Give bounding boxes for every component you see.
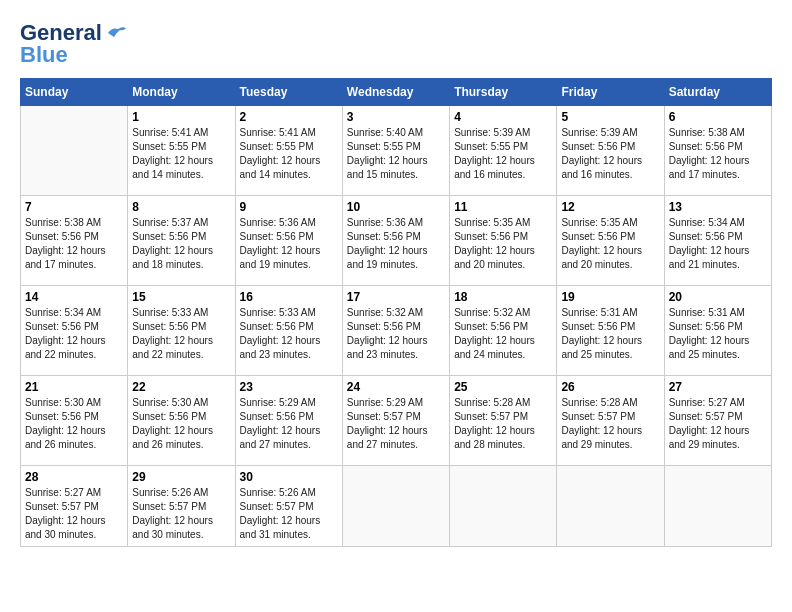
day-detail: Sunrise: 5:32 AMSunset: 5:56 PMDaylight:…: [454, 306, 552, 362]
day-number: 3: [347, 110, 445, 124]
day-number: 15: [132, 290, 230, 304]
weekday-header-tuesday: Tuesday: [235, 79, 342, 106]
calendar-cell: [342, 466, 449, 547]
logo-bird-icon: [106, 25, 128, 41]
calendar-cell: 14Sunrise: 5:34 AMSunset: 5:56 PMDayligh…: [21, 286, 128, 376]
calendar-cell: 16Sunrise: 5:33 AMSunset: 5:56 PMDayligh…: [235, 286, 342, 376]
calendar-cell: 6Sunrise: 5:38 AMSunset: 5:56 PMDaylight…: [664, 106, 771, 196]
day-number: 11: [454, 200, 552, 214]
weekday-header-wednesday: Wednesday: [342, 79, 449, 106]
weekday-header-sunday: Sunday: [21, 79, 128, 106]
day-detail: Sunrise: 5:29 AMSunset: 5:56 PMDaylight:…: [240, 396, 338, 452]
calendar-table: SundayMondayTuesdayWednesdayThursdayFrid…: [20, 78, 772, 547]
day-detail: Sunrise: 5:30 AMSunset: 5:56 PMDaylight:…: [25, 396, 123, 452]
page-header: General Blue: [20, 20, 772, 68]
day-number: 9: [240, 200, 338, 214]
day-detail: Sunrise: 5:27 AMSunset: 5:57 PMDaylight:…: [25, 486, 123, 542]
calendar-cell: 28Sunrise: 5:27 AMSunset: 5:57 PMDayligh…: [21, 466, 128, 547]
day-number: 7: [25, 200, 123, 214]
week-row-5: 28Sunrise: 5:27 AMSunset: 5:57 PMDayligh…: [21, 466, 772, 547]
day-detail: Sunrise: 5:39 AMSunset: 5:55 PMDaylight:…: [454, 126, 552, 182]
day-number: 12: [561, 200, 659, 214]
day-detail: Sunrise: 5:33 AMSunset: 5:56 PMDaylight:…: [132, 306, 230, 362]
calendar-cell: 26Sunrise: 5:28 AMSunset: 5:57 PMDayligh…: [557, 376, 664, 466]
calendar-cell: 30Sunrise: 5:26 AMSunset: 5:57 PMDayligh…: [235, 466, 342, 547]
weekday-header-saturday: Saturday: [664, 79, 771, 106]
day-number: 23: [240, 380, 338, 394]
day-number: 6: [669, 110, 767, 124]
calendar-header: SundayMondayTuesdayWednesdayThursdayFrid…: [21, 79, 772, 106]
calendar-cell: 13Sunrise: 5:34 AMSunset: 5:56 PMDayligh…: [664, 196, 771, 286]
day-number: 20: [669, 290, 767, 304]
week-row-3: 14Sunrise: 5:34 AMSunset: 5:56 PMDayligh…: [21, 286, 772, 376]
calendar-cell: [21, 106, 128, 196]
day-detail: Sunrise: 5:35 AMSunset: 5:56 PMDaylight:…: [454, 216, 552, 272]
calendar-cell: [450, 466, 557, 547]
day-detail: Sunrise: 5:31 AMSunset: 5:56 PMDaylight:…: [561, 306, 659, 362]
day-number: 24: [347, 380, 445, 394]
day-number: 22: [132, 380, 230, 394]
logo-blue: Blue: [20, 42, 68, 68]
day-detail: Sunrise: 5:26 AMSunset: 5:57 PMDaylight:…: [132, 486, 230, 542]
day-number: 4: [454, 110, 552, 124]
day-detail: Sunrise: 5:38 AMSunset: 5:56 PMDaylight:…: [25, 216, 123, 272]
day-detail: Sunrise: 5:28 AMSunset: 5:57 PMDaylight:…: [454, 396, 552, 452]
calendar-cell: 20Sunrise: 5:31 AMSunset: 5:56 PMDayligh…: [664, 286, 771, 376]
day-detail: Sunrise: 5:41 AMSunset: 5:55 PMDaylight:…: [132, 126, 230, 182]
day-number: 2: [240, 110, 338, 124]
day-number: 10: [347, 200, 445, 214]
calendar-cell: 17Sunrise: 5:32 AMSunset: 5:56 PMDayligh…: [342, 286, 449, 376]
calendar-cell: 1Sunrise: 5:41 AMSunset: 5:55 PMDaylight…: [128, 106, 235, 196]
day-number: 29: [132, 470, 230, 484]
day-detail: Sunrise: 5:34 AMSunset: 5:56 PMDaylight:…: [25, 306, 123, 362]
day-detail: Sunrise: 5:39 AMSunset: 5:56 PMDaylight:…: [561, 126, 659, 182]
day-number: 18: [454, 290, 552, 304]
calendar-cell: 24Sunrise: 5:29 AMSunset: 5:57 PMDayligh…: [342, 376, 449, 466]
week-row-4: 21Sunrise: 5:30 AMSunset: 5:56 PMDayligh…: [21, 376, 772, 466]
day-number: 1: [132, 110, 230, 124]
day-number: 26: [561, 380, 659, 394]
day-detail: Sunrise: 5:40 AMSunset: 5:55 PMDaylight:…: [347, 126, 445, 182]
day-number: 28: [25, 470, 123, 484]
day-number: 19: [561, 290, 659, 304]
weekday-header-thursday: Thursday: [450, 79, 557, 106]
day-number: 21: [25, 380, 123, 394]
calendar-cell: 18Sunrise: 5:32 AMSunset: 5:56 PMDayligh…: [450, 286, 557, 376]
day-detail: Sunrise: 5:33 AMSunset: 5:56 PMDaylight:…: [240, 306, 338, 362]
day-detail: Sunrise: 5:38 AMSunset: 5:56 PMDaylight:…: [669, 126, 767, 182]
calendar-cell: 5Sunrise: 5:39 AMSunset: 5:56 PMDaylight…: [557, 106, 664, 196]
day-detail: Sunrise: 5:35 AMSunset: 5:56 PMDaylight:…: [561, 216, 659, 272]
day-detail: Sunrise: 5:41 AMSunset: 5:55 PMDaylight:…: [240, 126, 338, 182]
calendar-cell: [664, 466, 771, 547]
calendar-cell: 3Sunrise: 5:40 AMSunset: 5:55 PMDaylight…: [342, 106, 449, 196]
calendar-cell: 29Sunrise: 5:26 AMSunset: 5:57 PMDayligh…: [128, 466, 235, 547]
day-detail: Sunrise: 5:34 AMSunset: 5:56 PMDaylight:…: [669, 216, 767, 272]
calendar-cell: 21Sunrise: 5:30 AMSunset: 5:56 PMDayligh…: [21, 376, 128, 466]
calendar-cell: 12Sunrise: 5:35 AMSunset: 5:56 PMDayligh…: [557, 196, 664, 286]
calendar-cell: 27Sunrise: 5:27 AMSunset: 5:57 PMDayligh…: [664, 376, 771, 466]
calendar-cell: 4Sunrise: 5:39 AMSunset: 5:55 PMDaylight…: [450, 106, 557, 196]
day-number: 14: [25, 290, 123, 304]
day-detail: Sunrise: 5:28 AMSunset: 5:57 PMDaylight:…: [561, 396, 659, 452]
day-number: 5: [561, 110, 659, 124]
day-detail: Sunrise: 5:32 AMSunset: 5:56 PMDaylight:…: [347, 306, 445, 362]
week-row-2: 7Sunrise: 5:38 AMSunset: 5:56 PMDaylight…: [21, 196, 772, 286]
day-detail: Sunrise: 5:36 AMSunset: 5:56 PMDaylight:…: [240, 216, 338, 272]
calendar-cell: 11Sunrise: 5:35 AMSunset: 5:56 PMDayligh…: [450, 196, 557, 286]
day-number: 27: [669, 380, 767, 394]
day-number: 25: [454, 380, 552, 394]
weekday-header-friday: Friday: [557, 79, 664, 106]
calendar-cell: 19Sunrise: 5:31 AMSunset: 5:56 PMDayligh…: [557, 286, 664, 376]
calendar-cell: 9Sunrise: 5:36 AMSunset: 5:56 PMDaylight…: [235, 196, 342, 286]
calendar-cell: 8Sunrise: 5:37 AMSunset: 5:56 PMDaylight…: [128, 196, 235, 286]
day-number: 30: [240, 470, 338, 484]
calendar-cell: 22Sunrise: 5:30 AMSunset: 5:56 PMDayligh…: [128, 376, 235, 466]
day-detail: Sunrise: 5:30 AMSunset: 5:56 PMDaylight:…: [132, 396, 230, 452]
calendar-cell: 7Sunrise: 5:38 AMSunset: 5:56 PMDaylight…: [21, 196, 128, 286]
day-detail: Sunrise: 5:36 AMSunset: 5:56 PMDaylight:…: [347, 216, 445, 272]
day-number: 17: [347, 290, 445, 304]
day-detail: Sunrise: 5:29 AMSunset: 5:57 PMDaylight:…: [347, 396, 445, 452]
calendar-cell: 25Sunrise: 5:28 AMSunset: 5:57 PMDayligh…: [450, 376, 557, 466]
day-detail: Sunrise: 5:27 AMSunset: 5:57 PMDaylight:…: [669, 396, 767, 452]
day-number: 8: [132, 200, 230, 214]
